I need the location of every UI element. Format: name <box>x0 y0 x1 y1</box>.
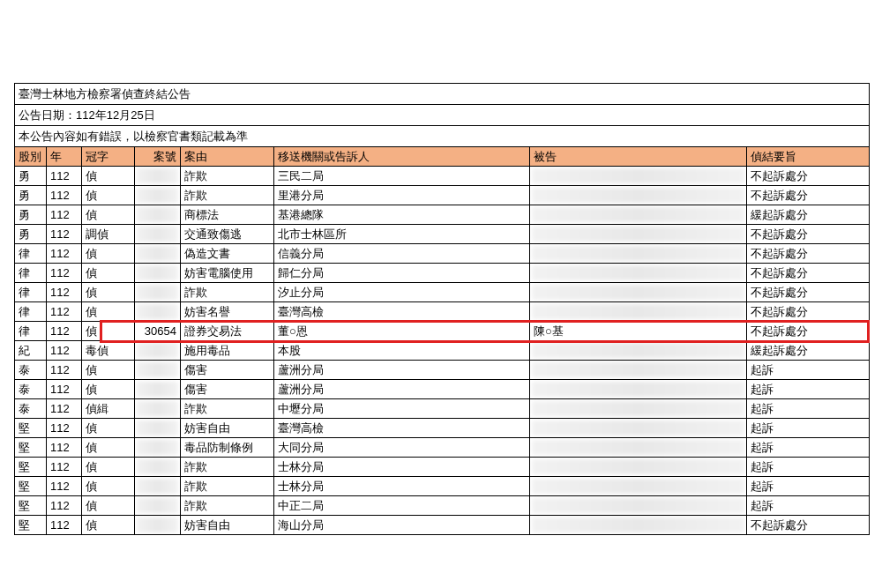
cell-year: 112 <box>47 458 82 476</box>
cell-cause: 商標法 <box>181 205 274 224</box>
cell-result: 起訴 <box>747 458 870 476</box>
cell-case-no <box>135 341 181 360</box>
cell-guan: 偵 <box>82 322 135 340</box>
cell-defendant <box>530 419 747 437</box>
header-row: 股別 年 冠字 案號 案由 移送機關或告訴人 被告 偵結要旨 <box>15 147 870 167</box>
header-agency: 移送機關或告訴人 <box>274 147 530 166</box>
title-row: 臺灣士林地方檢察署偵查終結公告 <box>15 84 870 105</box>
cell-cause: 詐欺 <box>181 477 274 495</box>
cell-result: 起訴 <box>747 477 870 495</box>
cell-result: 起訴 <box>747 419 870 437</box>
cell-guan: 偵 <box>82 496 135 515</box>
announcement-table: 臺灣士林地方檢察署偵查終結公告 公告日期：112年12月25日 本公告內容如有錯… <box>14 83 870 535</box>
cell-cause: 詐欺 <box>181 399 274 418</box>
cell-case-no <box>135 477 181 495</box>
cell-defendant <box>530 380 747 398</box>
cell-gu: 紀 <box>15 341 47 360</box>
cell-cause: 詐欺 <box>181 496 274 515</box>
cell-result: 起訴 <box>747 380 870 398</box>
table-row: 泰112偵傷害蘆洲分局起訴 <box>15 380 870 399</box>
cell-case-no <box>135 302 181 321</box>
cell-guan: 偵緝 <box>82 399 135 418</box>
table-row: 勇112調偵交通致傷逃北市士林區所不起訴處分 <box>15 225 870 244</box>
cell-cause: 詐欺 <box>181 167 274 185</box>
cell-cause: 偽造文書 <box>181 244 274 263</box>
cell-guan: 偵 <box>82 380 135 398</box>
cell-guan: 偵 <box>82 264 135 282</box>
cell-year: 112 <box>47 419 82 437</box>
cell-case-no <box>135 167 181 185</box>
table-row: 堅112偵詐欺中正二局起訴 <box>15 496 870 516</box>
cell-case-no <box>135 419 181 437</box>
cell-defendant <box>530 496 747 515</box>
cell-case-no <box>135 205 181 224</box>
cell-gu: 律 <box>15 244 47 263</box>
cell-defendant <box>530 477 747 495</box>
cell-case-no <box>135 399 181 418</box>
cell-defendant <box>530 186 747 205</box>
cell-cause: 交通致傷逃 <box>181 225 274 243</box>
cell-gu: 泰 <box>15 399 47 418</box>
cell-gu: 勇 <box>15 186 47 205</box>
cell-gu: 律 <box>15 283 47 301</box>
cell-agency: 本股 <box>274 341 530 360</box>
cell-agency: 基港總隊 <box>274 205 530 224</box>
header-gu: 股別 <box>15 147 47 166</box>
cell-cause: 詐欺 <box>181 458 274 476</box>
cell-defendant <box>530 264 747 282</box>
cell-agency: 士林分局 <box>274 458 530 476</box>
cell-agency: 信義分局 <box>274 244 530 263</box>
cell-year: 112 <box>47 438 82 457</box>
cell-guan: 偵 <box>82 186 135 205</box>
cell-agency: 里港分局 <box>274 186 530 205</box>
cell-agency: 歸仁分局 <box>274 264 530 282</box>
title-cell: 臺灣士林地方檢察署偵查終結公告 <box>15 84 870 104</box>
cell-year: 112 <box>47 302 82 321</box>
date-row: 公告日期：112年12月25日 <box>15 105 870 126</box>
cell-defendant <box>530 302 747 321</box>
cell-defendant <box>530 516 747 534</box>
table-row: 泰112偵緝詐欺中壢分局起訴 <box>15 399 870 419</box>
cell-guan: 偵 <box>82 458 135 476</box>
cell-agency: 臺灣高檢 <box>274 302 530 321</box>
cell-cause: 傷害 <box>181 380 274 398</box>
cell-result: 不起訴處分 <box>747 264 870 282</box>
cell-guan: 偵 <box>82 283 135 301</box>
cell-gu: 堅 <box>15 438 47 457</box>
cell-result: 不起訴處分 <box>747 516 870 534</box>
cell-case-no <box>135 361 181 379</box>
cell-year: 112 <box>47 225 82 243</box>
cell-year: 112 <box>47 264 82 282</box>
cell-cause: 毒品防制條例 <box>181 438 274 457</box>
cell-year: 112 <box>47 186 82 205</box>
cell-agency: 士林分局 <box>274 477 530 495</box>
cell-year: 112 <box>47 399 82 418</box>
cell-guan: 偵 <box>82 438 135 457</box>
cell-year: 112 <box>47 283 82 301</box>
header-defendant: 被告 <box>530 147 747 166</box>
cell-agency: 蘆洲分局 <box>274 361 530 379</box>
cell-result: 不起訴處分 <box>747 302 870 321</box>
header-result: 偵結要旨 <box>747 147 870 166</box>
cell-defendant <box>530 244 747 263</box>
cell-case-no <box>135 516 181 534</box>
cell-defendant <box>530 438 747 457</box>
cell-agency: 中正二局 <box>274 496 530 515</box>
cell-defendant <box>530 205 747 224</box>
cell-gu: 勇 <box>15 225 47 243</box>
cell-guan: 偵 <box>82 167 135 185</box>
header-case-no: 案號 <box>135 147 181 166</box>
cell-cause: 施用毒品 <box>181 341 274 360</box>
cell-result: 緩起訴處分 <box>747 205 870 224</box>
cell-result: 不起訴處分 <box>747 225 870 243</box>
cell-guan: 調偵 <box>82 225 135 243</box>
cell-result: 不起訴處分 <box>747 186 870 205</box>
cell-result: 起訴 <box>747 361 870 379</box>
note-cell: 本公告內容如有錯誤，以檢察官書類記載為準 <box>15 126 870 146</box>
cell-agency: 臺灣高檢 <box>274 419 530 437</box>
table-row: 堅112偵毒品防制條例大同分局起訴 <box>15 438 870 458</box>
cell-gu: 堅 <box>15 477 47 495</box>
table-row: 紀112毒偵施用毒品本股緩起訴處分 <box>15 341 870 361</box>
cell-case-no <box>135 438 181 457</box>
cell-year: 112 <box>47 496 82 515</box>
